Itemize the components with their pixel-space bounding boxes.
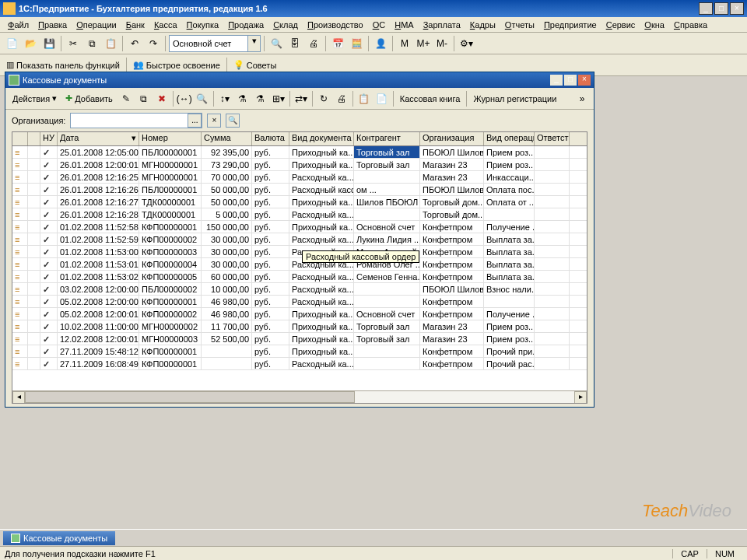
menu-операции[interactable]: Операции bbox=[72, 19, 121, 31]
table-row[interactable]: 25.01.2008 12:05:00ПБЛ0000000192 395,00р… bbox=[12, 146, 587, 159]
date-range-icon[interactable]: (↔) bbox=[176, 90, 193, 107]
table-row[interactable]: 10.02.2008 11:00:00МГН0000000211 700,00р… bbox=[12, 320, 587, 333]
mem-mplus[interactable]: M+ bbox=[415, 35, 432, 52]
col-header[interactable]: Ответст bbox=[535, 132, 570, 145]
table-row[interactable]: 03.02.2008 12:00:00ПБЛ0000000210 000,00р… bbox=[12, 283, 587, 296]
calc-icon[interactable]: 🧮 bbox=[348, 35, 365, 52]
table-row[interactable]: 01.02.2008 11:53:00КФП0000000330 000,00р… bbox=[12, 246, 587, 258]
sort-icon[interactable]: ↕▾ bbox=[216, 90, 233, 107]
scroll-left-button[interactable]: ◂ bbox=[12, 391, 25, 404]
more-icon[interactable]: » bbox=[573, 90, 591, 107]
print-sub-icon[interactable]: 🖨 bbox=[333, 90, 350, 107]
org-filter-combo[interactable]: ... bbox=[70, 113, 202, 128]
table-row[interactable]: 01.02.2008 11:53:01КФП0000000430 000,00р… bbox=[12, 258, 587, 271]
col-header[interactable]: Дата ▾ bbox=[58, 132, 139, 145]
cut-icon[interactable]: ✂ bbox=[65, 35, 82, 52]
table-row[interactable]: 26.01.2008 12:00:01МГН0000000173 290,00р… bbox=[12, 159, 587, 171]
post-icon[interactable]: 📋 bbox=[356, 90, 373, 107]
menu-зарплата[interactable]: Зарплата bbox=[419, 19, 465, 31]
table-row[interactable]: 01.02.2008 11:53:02КФП0000000560 000,00р… bbox=[12, 271, 587, 283]
report-icon[interactable]: 📄 bbox=[374, 90, 391, 107]
table-row[interactable]: 27.11.2009 15:48:12КФП00000001руб.Приход… bbox=[12, 345, 587, 358]
paste-icon[interactable]: 📋 bbox=[102, 35, 119, 52]
sub-restore-button[interactable]: □ bbox=[564, 75, 577, 86]
grid-body[interactable]: 25.01.2008 12:05:00ПБЛ0000000192 395,00р… bbox=[12, 146, 587, 390]
menu-правка[interactable]: Правка bbox=[33, 19, 72, 31]
sub-close-button[interactable]: × bbox=[578, 75, 591, 86]
col-header[interactable] bbox=[12, 132, 28, 145]
org-filter-input[interactable] bbox=[71, 114, 188, 128]
delete-icon[interactable]: ✖ bbox=[153, 90, 170, 107]
menu-сервис[interactable]: Сервис bbox=[601, 19, 640, 31]
mem-m[interactable]: M bbox=[396, 35, 413, 52]
account-combo-dropdown[interactable]: ▾ bbox=[247, 36, 260, 51]
actions-dropdown[interactable]: Действия ▾ bbox=[9, 92, 61, 105]
menu-ос[interactable]: ОС bbox=[368, 19, 391, 31]
registration-journal-button[interactable]: Журнал регистрации bbox=[469, 93, 560, 105]
account-combo[interactable]: ▾ bbox=[169, 35, 261, 52]
table-row[interactable]: 01.02.2008 11:52:59КФП0000000230 000,00р… bbox=[12, 233, 587, 246]
new-doc-icon[interactable]: 📄 bbox=[3, 35, 20, 52]
col-header[interactable]: Номер bbox=[139, 132, 202, 145]
mem-mminus[interactable]: M- bbox=[433, 35, 451, 52]
calendar-icon[interactable]: 📅 bbox=[329, 35, 346, 52]
col-header[interactable]: НУ bbox=[40, 132, 58, 145]
col-header[interactable]: Сумма bbox=[202, 132, 252, 145]
table-row[interactable]: 26.01.2008 12:16:28ТДК000000015 000,00ру… bbox=[12, 208, 587, 221]
close-button[interactable]: × bbox=[730, 2, 744, 15]
menu-покупка[interactable]: Покупка bbox=[182, 19, 224, 31]
user-icon[interactable]: 👤 bbox=[372, 35, 389, 52]
advice-button[interactable]: 💡Советы bbox=[230, 58, 279, 72]
menu-справка[interactable]: Справка bbox=[669, 19, 712, 31]
print-icon[interactable]: 🖨 bbox=[305, 35, 322, 52]
menu-продажа[interactable]: Продажа bbox=[223, 19, 268, 31]
settings-icon[interactable]: ⚙▾ bbox=[458, 35, 475, 52]
menu-кадры[interactable]: Кадры bbox=[465, 19, 500, 31]
table-row[interactable]: 26.01.2008 12:16:26ПБЛ0000000150 000,00р… bbox=[12, 184, 587, 196]
menu-касса[interactable]: Касса bbox=[149, 19, 182, 31]
filter-icon[interactable]: ⚗ bbox=[234, 90, 251, 107]
minimize-button[interactable]: _ bbox=[699, 2, 713, 15]
table-row[interactable]: 27.11.2009 16:08:49КФП00000001руб.Расход… bbox=[12, 358, 587, 370]
cash-book-button[interactable]: Кассовая книга bbox=[396, 93, 465, 105]
taskbar-item[interactable]: Кассовые документы bbox=[3, 531, 115, 545]
col-header[interactable]: Вид операции bbox=[484, 132, 535, 145]
menu-склад[interactable]: Склад bbox=[268, 19, 303, 31]
menu-окна[interactable]: Окна bbox=[640, 19, 669, 31]
restore-button[interactable]: □ bbox=[714, 2, 728, 15]
save-icon[interactable]: 💾 bbox=[40, 35, 58, 52]
quick-learn-button[interactable]: 👥Быстрое освоение bbox=[130, 58, 223, 72]
col-header[interactable] bbox=[28, 132, 40, 145]
table-row[interactable]: 26.01.2008 12:16:27ТДК0000000150 000,00р… bbox=[12, 196, 587, 208]
refresh-icon[interactable]: ↻ bbox=[315, 90, 332, 107]
table-row[interactable]: 05.02.2008 12:00:00КФП0000000146 980,00р… bbox=[12, 296, 587, 308]
org-filter-clear[interactable]: × bbox=[207, 114, 221, 128]
menu-предприятие[interactable]: Предприятие bbox=[539, 19, 601, 31]
copy-row-icon[interactable]: ⧉ bbox=[135, 90, 153, 107]
org-filter-lookup[interactable]: ... bbox=[188, 114, 202, 128]
grid-settings-icon[interactable]: ⊞▾ bbox=[270, 90, 287, 107]
scroll-right-button[interactable]: ▸ bbox=[574, 391, 587, 404]
edit-icon[interactable]: ✎ bbox=[117, 90, 135, 107]
menu-банк[interactable]: Банк bbox=[121, 19, 149, 31]
account-combo-input[interactable] bbox=[170, 36, 247, 51]
undo-icon[interactable]: ↶ bbox=[126, 35, 143, 52]
move-icon[interactable]: ⇄▾ bbox=[293, 90, 310, 107]
table-row[interactable]: 26.01.2008 12:16:25МГН0000000170 000,00р… bbox=[12, 171, 587, 184]
col-header[interactable]: Вид документа bbox=[289, 132, 354, 145]
copy-icon[interactable]: ⧉ bbox=[83, 35, 100, 52]
filter2-icon[interactable]: ⚗ bbox=[252, 90, 269, 107]
table-row[interactable]: 12.02.2008 12:00:01МГН0000000352 500,00р… bbox=[12, 333, 587, 345]
open-icon[interactable]: 📂 bbox=[22, 35, 39, 52]
table-row[interactable]: 01.02.2008 11:52:58КФП00000001150 000,00… bbox=[12, 221, 587, 233]
menu-отчеты[interactable]: Отчеты bbox=[500, 19, 539, 31]
db-icon[interactable]: 🗄 bbox=[286, 35, 303, 52]
sub-minimize-button[interactable]: _ bbox=[550, 75, 563, 86]
table-row[interactable]: 05.02.2008 12:00:01КФП0000000246 980,00р… bbox=[12, 308, 587, 320]
scroll-track[interactable] bbox=[25, 391, 574, 403]
find-icon[interactable]: 🔍 bbox=[194, 90, 211, 107]
search-icon[interactable]: 🔍 bbox=[268, 35, 285, 52]
menu-файл[interactable]: Файл bbox=[3, 19, 33, 31]
org-filter-search[interactable]: 🔍 bbox=[226, 114, 240, 128]
menu-производство[interactable]: Производство bbox=[303, 19, 368, 31]
